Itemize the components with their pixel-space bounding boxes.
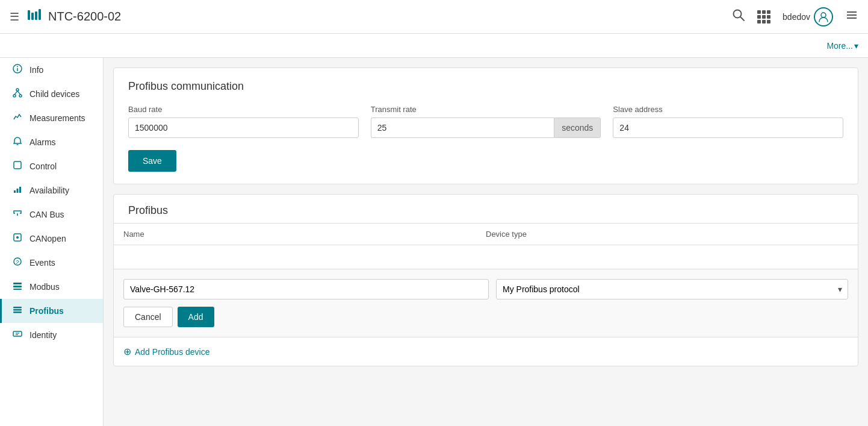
info-icon bbox=[11, 64, 23, 76]
svg-rect-31 bbox=[13, 309, 22, 311]
svg-rect-27 bbox=[13, 283, 22, 284]
header-title: NTC-6200-02 bbox=[48, 10, 121, 23]
sidebar-item-modbus[interactable]: Modbus bbox=[0, 275, 103, 299]
add-device-form: My Profibus protocol ▾ Cancel Add bbox=[114, 269, 858, 337]
more-button[interactable]: More... bbox=[826, 41, 853, 51]
sidebar-item-label: Alarms bbox=[29, 137, 56, 147]
sidebar-item-canopen[interactable]: CANopen bbox=[0, 227, 103, 251]
svg-rect-20 bbox=[14, 190, 16, 193]
sidebar-item-identity[interactable]: Identity bbox=[0, 323, 103, 347]
header-left: ☰ NTC-6200-02 bbox=[10, 7, 732, 27]
transmit-rate-group: Transmit rate seconds bbox=[371, 105, 601, 138]
col-name-header: Name bbox=[123, 230, 486, 239]
slave-address-input[interactable] bbox=[613, 117, 843, 138]
device-icon bbox=[25, 7, 42, 27]
add-profibus-device-button[interactable]: ⊕ Add Profibus device bbox=[114, 337, 220, 366]
sidebar-item-alarms[interactable]: Alarms bbox=[0, 130, 103, 154]
canopen-icon bbox=[11, 233, 23, 245]
sidebar-item-label: Child devices bbox=[29, 89, 79, 99]
svg-rect-32 bbox=[13, 312, 22, 313]
baud-rate-group: Baud rate bbox=[128, 105, 359, 138]
modbus-icon bbox=[11, 281, 23, 293]
baud-rate-input[interactable] bbox=[128, 117, 359, 138]
svg-point-6 bbox=[821, 13, 826, 17]
sidebar-item-label: CAN Bus bbox=[29, 210, 64, 219]
search-icon[interactable] bbox=[732, 8, 745, 25]
slave-address-label: Slave address bbox=[613, 105, 843, 114]
svg-line-5 bbox=[740, 17, 744, 20]
sidebar-item-label: Availability bbox=[29, 186, 69, 195]
main-content: Profibus communication Baud rate Transmi… bbox=[104, 58, 868, 426]
sub-header: More... ▾ bbox=[0, 34, 868, 58]
profibus-table-header: Profibus bbox=[114, 195, 858, 223]
sidebar-item-label: Identity bbox=[29, 330, 57, 340]
transmit-rate-label: Transmit rate bbox=[371, 105, 601, 114]
svg-rect-21 bbox=[17, 189, 19, 193]
profibus-table-card: Profibus Name Device type My Profibus pr… bbox=[113, 194, 858, 366]
svg-rect-3 bbox=[39, 9, 41, 20]
svg-point-15 bbox=[19, 95, 22, 97]
add-button[interactable]: Add bbox=[178, 307, 214, 327]
more-dropdown-icon[interactable]: ▾ bbox=[854, 41, 858, 51]
sidebar-item-info[interactable]: Info bbox=[0, 58, 103, 82]
save-button[interactable]: Save bbox=[128, 150, 176, 172]
sidebar-item-measurements[interactable]: Measurements bbox=[0, 106, 103, 130]
availability-icon bbox=[11, 184, 23, 196]
layout: Info Child devices Measurements bbox=[0, 58, 868, 426]
sidebar-item-control[interactable]: Control bbox=[0, 154, 103, 178]
device-type-select-wrap: My Profibus protocol ▾ bbox=[496, 279, 848, 299]
sidebar-item-label: Control bbox=[29, 161, 57, 171]
svg-point-14 bbox=[13, 95, 16, 97]
hamburger-icon[interactable]: ☰ bbox=[10, 10, 19, 23]
table-column-headers: Name Device type bbox=[114, 223, 858, 245]
svg-line-16 bbox=[14, 91, 17, 95]
svg-rect-22 bbox=[19, 187, 21, 193]
svg-point-26 bbox=[14, 258, 21, 265]
svg-rect-0 bbox=[28, 10, 30, 20]
sidebar: Info Child devices Measurements bbox=[0, 58, 104, 426]
cancel-button[interactable]: Cancel bbox=[123, 307, 173, 327]
sidebar-item-label: Info bbox=[29, 65, 43, 75]
sidebar-item-profibus[interactable]: Profibus bbox=[0, 299, 103, 323]
sidebar-item-events[interactable]: Events bbox=[0, 251, 103, 275]
sidebar-item-child-devices[interactable]: Child devices bbox=[0, 82, 103, 106]
profibus-communication-title: Profibus communication bbox=[128, 80, 843, 93]
username: bdedov bbox=[783, 12, 810, 22]
sidebar-item-label: Measurements bbox=[29, 113, 85, 123]
sidebar-item-label: CANopen bbox=[29, 234, 66, 243]
profibus-communication-card: Profibus communication Baud rate Transmi… bbox=[113, 67, 858, 184]
child-devices-icon bbox=[11, 88, 23, 100]
sidebar-item-label: Modbus bbox=[29, 282, 60, 292]
measurements-icon bbox=[11, 112, 23, 124]
communication-form-row: Baud rate Transmit rate seconds Slave ad… bbox=[128, 105, 843, 138]
device-type-select[interactable]: My Profibus protocol bbox=[496, 279, 848, 299]
header: ☰ NTC-6200-02 bdedov bbox=[0, 0, 868, 34]
identity-icon bbox=[11, 329, 23, 341]
transmit-rate-input[interactable] bbox=[371, 117, 554, 138]
new-device-name-input[interactable] bbox=[123, 279, 489, 299]
svg-rect-33 bbox=[13, 331, 22, 336]
user-info[interactable]: bdedov bbox=[783, 7, 833, 27]
sidebar-item-availability[interactable]: Availability bbox=[0, 178, 103, 202]
transmit-rate-input-wrap: seconds bbox=[371, 117, 601, 138]
header-right: bdedov bbox=[732, 7, 858, 27]
svg-rect-2 bbox=[35, 11, 37, 20]
svg-line-17 bbox=[17, 91, 20, 95]
apps-icon[interactable] bbox=[757, 10, 770, 23]
add-form-buttons: Cancel Add bbox=[123, 307, 848, 327]
overflow-menu-icon[interactable] bbox=[845, 8, 858, 25]
avatar bbox=[814, 7, 833, 27]
events-icon bbox=[11, 257, 23, 269]
sidebar-item-can-bus[interactable]: CAN Bus bbox=[0, 202, 103, 227]
svg-rect-30 bbox=[13, 307, 22, 309]
svg-point-25 bbox=[16, 236, 19, 239]
baud-rate-label: Baud rate bbox=[128, 105, 359, 114]
plus-circle-icon: ⊕ bbox=[123, 346, 131, 357]
svg-rect-28 bbox=[13, 286, 22, 287]
svg-rect-19 bbox=[14, 161, 21, 169]
svg-rect-29 bbox=[13, 289, 22, 290]
svg-point-12 bbox=[17, 66, 18, 67]
profibus-table-title: Profibus bbox=[128, 204, 168, 217]
can-bus-icon bbox=[11, 208, 23, 221]
alarms-icon bbox=[11, 136, 23, 148]
